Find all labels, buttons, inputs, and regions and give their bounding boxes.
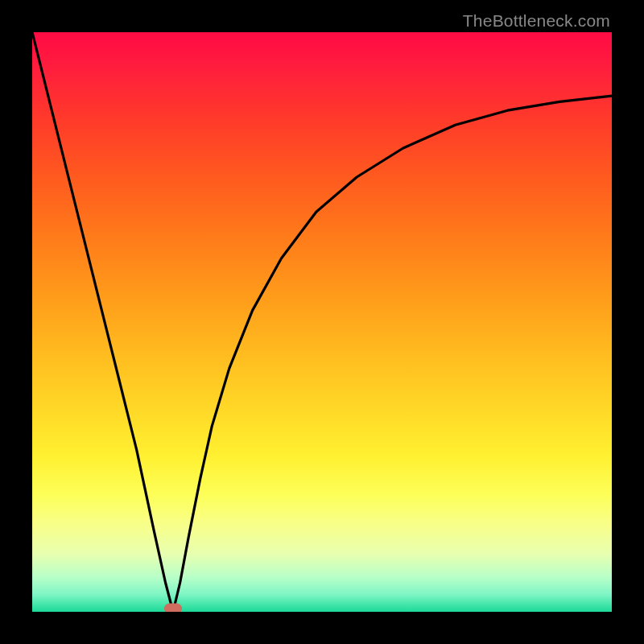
optimal-point-marker xyxy=(164,604,182,612)
bottleneck-curve xyxy=(32,32,612,612)
chart-plot-area xyxy=(32,32,612,612)
watermark-text: TheBottleneck.com xyxy=(463,11,610,31)
